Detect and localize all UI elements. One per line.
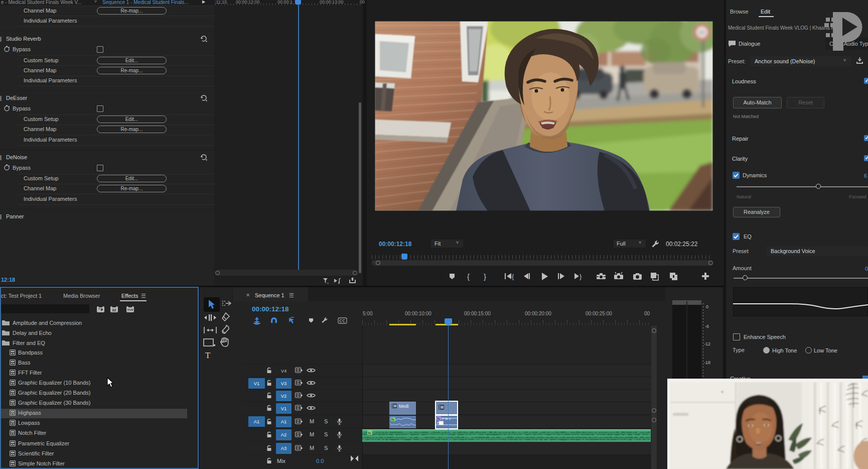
svg-text:YUV: YUV xyxy=(127,308,133,311)
svg-text:fx: fx xyxy=(391,418,394,421)
svg-text:}: } xyxy=(484,272,486,281)
svg-text:fx: fx xyxy=(368,431,371,435)
svg-text:}: } xyxy=(580,273,582,280)
svg-text:{: { xyxy=(467,272,470,281)
svg-text:fx: fx xyxy=(437,417,440,420)
svg-text:P SPC: P SPC xyxy=(442,417,452,420)
svg-text:P██: P██ xyxy=(437,421,444,425)
svg-text:32: 32 xyxy=(112,308,116,312)
svg-text:{: { xyxy=(512,273,514,280)
